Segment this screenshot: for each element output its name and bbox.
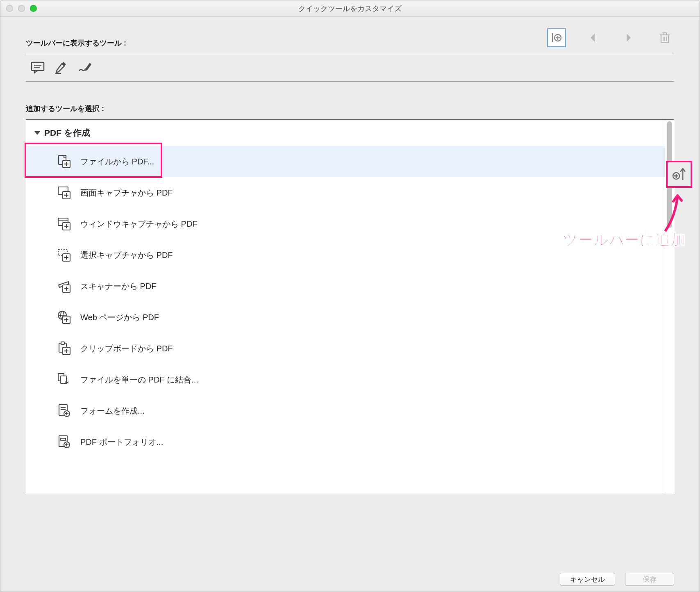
- tool-item-scanner[interactable]: スキャナーから PDF: [26, 271, 665, 302]
- window-controls: [6, 5, 37, 12]
- current-toolbar-strip: [26, 54, 674, 82]
- group-header-pdf-create[interactable]: PDF を作成: [26, 120, 665, 146]
- tool-item-web-page[interactable]: Web ページから PDF: [26, 302, 665, 333]
- tool-item-label: PDF ポートフォリオ...: [80, 437, 163, 448]
- tool-item-combine[interactable]: ファイルを単一の PDF に結合...: [26, 364, 665, 395]
- disclosure-triangle-icon: [34, 131, 40, 135]
- toolbar-section: ツールバーに表示するツール :: [0, 17, 700, 82]
- tool-item-screen-capture[interactable]: 画面キャプチャから PDF: [26, 177, 665, 208]
- form-icon: [57, 403, 71, 418]
- add-divider-button[interactable]: [547, 28, 566, 47]
- scanner-icon: [57, 279, 71, 294]
- web-page-icon: [57, 310, 71, 325]
- page-plus-icon: [57, 154, 71, 169]
- move-left-button[interactable]: [583, 28, 602, 47]
- tool-item-label: フォームを作成...: [80, 405, 145, 417]
- annotation-label: ツールバーに追加: [563, 230, 686, 250]
- toolbar-display-label: ツールバーに表示するツール :: [26, 38, 126, 48]
- toolbar-action-buttons: [547, 28, 674, 52]
- tool-item-file-to-pdf[interactable]: ファイルから PDF...: [26, 146, 665, 177]
- tool-item-label: ファイルを単一の PDF に結合...: [80, 374, 198, 385]
- tool-item-label: 選択キャプチャから PDF: [80, 250, 173, 261]
- tool-item-clipboard[interactable]: クリップボードから PDF: [26, 333, 665, 364]
- save-button[interactable]: 保存: [625, 573, 674, 586]
- group-title-label: PDF を作成: [44, 127, 90, 139]
- titlebar: クイックツールをカスタマイズ: [0, 0, 700, 17]
- comment-icon[interactable]: [30, 61, 45, 75]
- signature-icon[interactable]: [77, 61, 93, 75]
- highlighter-icon[interactable]: [54, 61, 69, 75]
- close-window-button[interactable]: [6, 5, 13, 12]
- svg-rect-10: [32, 62, 44, 71]
- cancel-button[interactable]: キャンセル: [560, 573, 615, 586]
- svg-rect-54: [61, 438, 66, 440]
- tool-item-label: ファイルから PDF...: [80, 156, 154, 167]
- svg-rect-41: [61, 342, 64, 344]
- tool-item-label: スキャナーから PDF: [80, 281, 157, 292]
- clipboard-icon: [57, 341, 71, 356]
- tool-item-label: クリップボードから PDF: [80, 343, 173, 354]
- dialog-footer: キャンセル 保存: [0, 567, 700, 592]
- dialog-window: クイックツールをカスタマイズ ツールバーに表示するツール :: [0, 0, 700, 592]
- selection-capture-icon: [57, 248, 71, 262]
- tool-item-label: ウィンドウキャプチャから PDF: [80, 219, 198, 230]
- maximize-window-button[interactable]: [30, 5, 37, 12]
- tool-item-label: Web ページから PDF: [80, 312, 159, 323]
- tool-item-portfolio[interactable]: PDF ポートフォリオ...: [26, 426, 665, 458]
- move-right-button[interactable]: [619, 28, 638, 47]
- window-capture-icon: [57, 216, 71, 231]
- window-title: クイックツールをカスタマイズ: [0, 4, 700, 14]
- screen-capture-icon: [57, 185, 71, 200]
- content: ツールバーに表示するツール :: [0, 17, 700, 567]
- combine-icon: [57, 372, 71, 387]
- choose-section: 追加するツールを選択 : PDF を作成 ファイルから PDF...: [0, 82, 700, 493]
- tool-item-label: 画面キャプチャから PDF: [80, 187, 173, 198]
- tool-item-form[interactable]: フォームを作成...: [26, 395, 665, 426]
- svg-rect-6: [663, 33, 666, 35]
- portfolio-icon: [57, 435, 71, 449]
- tool-list: PDF を作成 ファイルから PDF... 画面キャプチャから PDF: [26, 120, 665, 493]
- choose-tool-label: 追加するツールを選択 :: [26, 104, 674, 114]
- delete-button[interactable]: [655, 28, 674, 47]
- tool-list-panel: PDF を作成 ファイルから PDF... 画面キャプチャから PDF: [26, 119, 674, 493]
- add-to-toolbar-button[interactable]: [666, 161, 692, 188]
- minimize-window-button[interactable]: [18, 5, 25, 12]
